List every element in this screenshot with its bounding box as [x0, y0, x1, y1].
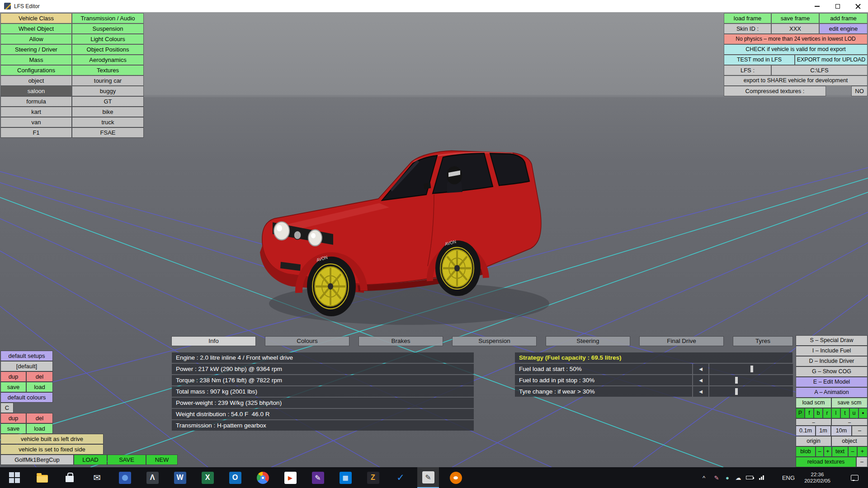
load-frame-button[interactable]: load frame: [724, 14, 771, 23]
setup-default-item[interactable]: [default]: [1, 361, 52, 371]
blob-button[interactable]: blob: [796, 447, 815, 456]
vehicle-name-field[interactable]: GolfMk1BergCup: [1, 455, 73, 465]
tab-final-drive[interactable]: Final Drive: [640, 337, 723, 346]
compressed-textures-toggle[interactable]: NO: [852, 86, 867, 96]
taskbar-app-photos[interactable]: [114, 467, 136, 488]
blob-minus-button[interactable]: –: [816, 447, 823, 456]
skin-id-value[interactable]: XXX: [772, 24, 819, 33]
class-gt[interactable]: GT: [72, 97, 143, 106]
tab-info[interactable]: Info: [172, 337, 255, 346]
object-button[interactable]: object: [832, 436, 867, 446]
flag-r-button[interactable]: r: [823, 408, 831, 418]
colour-del-button[interactable]: del: [27, 413, 52, 423]
toggle-show-cog[interactable]: G – Show COG: [796, 367, 867, 376]
save-scm-button[interactable]: save scm: [832, 398, 867, 408]
setup-dup-button[interactable]: dup: [1, 372, 26, 381]
network-icon[interactable]: [756, 467, 767, 488]
taskbar-app-modeling[interactable]: Λ: [142, 467, 163, 488]
fuel-pit-slider[interactable]: [709, 375, 793, 385]
blob-plus-button[interactable]: +: [824, 447, 831, 456]
section-wheel-object[interactable]: Wheel Object: [1, 24, 71, 33]
class-saloon[interactable]: saloon: [1, 86, 71, 96]
left-drive-flag[interactable]: vehicle built as left drive: [1, 434, 103, 444]
taskbar-app-file-explorer[interactable]: [31, 467, 53, 488]
animation-button[interactable]: A – Animation: [796, 388, 867, 397]
class-f1[interactable]: F1: [1, 128, 71, 137]
taskbar-app-chrome[interactable]: [252, 467, 274, 488]
class-formula[interactable]: formula: [1, 97, 71, 106]
taskbar-app-mail[interactable]: ✉: [86, 467, 108, 488]
minus-a-button[interactable]: –: [796, 419, 831, 425]
share-vehicle-button[interactable]: export to SHARE vehicle for development: [724, 76, 867, 85]
taskbar-app-media[interactable]: ▶: [279, 467, 301, 488]
start-button[interactable]: [4, 467, 25, 488]
tab-steering[interactable]: Steering: [546, 337, 630, 346]
colour-load-button[interactable]: load: [27, 424, 52, 433]
taskbar-app-calculator[interactable]: ▦: [335, 467, 356, 488]
fuel-load-decrease-button[interactable]: ◀: [693, 364, 708, 374]
taskbar-app-lfs-editor[interactable]: ✎: [417, 467, 439, 488]
battery-icon[interactable]: [744, 467, 755, 488]
taskbar-app-outlook[interactable]: O: [224, 467, 246, 488]
class-van[interactable]: van: [1, 117, 71, 127]
grid-10m-button[interactable]: 10m: [831, 426, 851, 436]
colour-dup-button[interactable]: dup: [1, 413, 26, 423]
language-indicator[interactable]: ENG: [779, 467, 797, 488]
class-bike[interactable]: bike: [72, 107, 143, 117]
taskbar-app-store[interactable]: [59, 467, 80, 488]
setup-save-button[interactable]: save: [1, 382, 26, 392]
colour-c-button[interactable]: C: [1, 403, 13, 413]
tray-circle-icon[interactable]: ●: [722, 467, 732, 488]
class-object[interactable]: object: [1, 76, 71, 85]
edit-model-button[interactable]: E – Edit Model: [796, 377, 867, 387]
minimize-button[interactable]: [807, 0, 827, 12]
section-light-colours[interactable]: Light Colours: [72, 34, 143, 44]
check-valid-button[interactable]: CHECK if vehicle is valid for mod export: [724, 45, 867, 54]
taskbar-app-check[interactable]: ✓: [390, 467, 411, 488]
taskbar-app-zmodeler[interactable]: Z: [362, 467, 384, 488]
tray-chevron-up[interactable]: ^: [698, 467, 709, 488]
flag-p-button[interactable]: P: [796, 408, 804, 418]
fuel-pit-decrease-button[interactable]: ◀: [693, 375, 708, 385]
taskbar-app-blender[interactable]: [445, 467, 467, 488]
tray-cloud-icon[interactable]: ☁: [733, 467, 743, 488]
tyre-change-slider[interactable]: [709, 386, 793, 397]
section-configurations[interactable]: Configurations: [1, 66, 71, 75]
flag-l-button[interactable]: l: [832, 408, 840, 418]
text-plus-button[interactable]: +: [858, 447, 867, 456]
flag-f-button[interactable]: f: [805, 408, 813, 418]
add-frame-button[interactable]: add frame: [820, 14, 867, 23]
setup-del-button[interactable]: del: [27, 372, 52, 381]
taskbar-app-excel[interactable]: X: [197, 467, 218, 488]
flag-u-button[interactable]: u: [850, 408, 858, 418]
save-frame-button[interactable]: save frame: [772, 14, 819, 23]
reload-minus-button[interactable]: –: [857, 457, 867, 467]
maximize-button[interactable]: [827, 0, 848, 12]
vehicle-new-button[interactable]: NEW: [146, 455, 177, 465]
close-button[interactable]: [848, 0, 868, 12]
class-truck[interactable]: truck: [72, 117, 143, 127]
vehicle-load-button[interactable]: LOAD: [74, 455, 107, 465]
grid-minus-button[interactable]: –: [852, 426, 867, 436]
lfs-path-value[interactable]: C:\LFS: [772, 66, 867, 75]
text-minus-button[interactable]: –: [849, 447, 857, 456]
edit-engine-button[interactable]: edit engine: [820, 24, 867, 33]
flag-b-button[interactable]: b: [814, 408, 822, 418]
toggle-include-fuel[interactable]: I – Include Fuel: [796, 346, 867, 356]
taskbar-app-word[interactable]: W: [169, 467, 191, 488]
load-scm-button[interactable]: load scm: [796, 398, 831, 408]
section-mass[interactable]: Mass: [1, 55, 71, 65]
clock[interactable]: 22:36 2022/02/05: [799, 467, 835, 488]
class-fsae[interactable]: FSAE: [72, 128, 143, 137]
section-transmission-audio[interactable]: Transmission / Audio: [72, 14, 143, 23]
colour-save-button[interactable]: save: [1, 424, 26, 433]
grid-1m-button[interactable]: 1m: [816, 426, 830, 436]
section-object-positions[interactable]: Object Positions: [72, 45, 143, 54]
action-center-button[interactable]: [846, 467, 863, 488]
tray-pen-icon[interactable]: ✎: [712, 467, 722, 488]
tab-brakes[interactable]: Brakes: [359, 337, 443, 346]
class-kart[interactable]: kart: [1, 107, 71, 117]
tab-tyres[interactable]: Tyres: [733, 337, 793, 346]
section-textures[interactable]: Textures: [72, 66, 143, 75]
toggle-include-driver[interactable]: D – Include Driver: [796, 357, 867, 366]
